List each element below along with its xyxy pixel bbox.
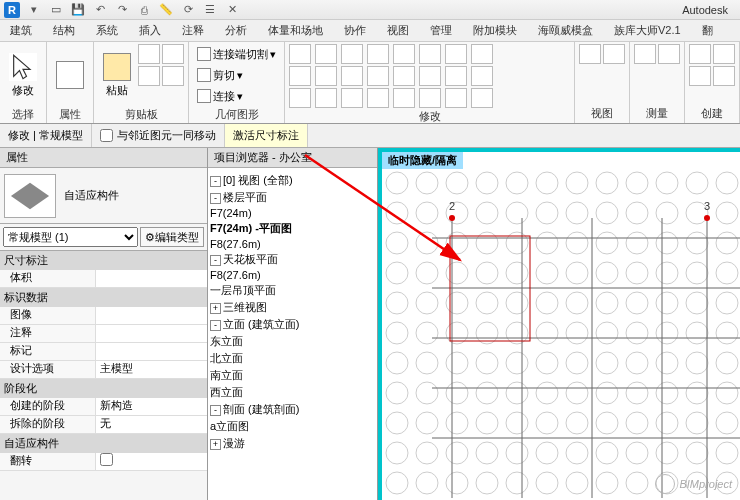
group-identity[interactable]: 标识数据 [0, 288, 207, 307]
new-icon[interactable]: ▭ [46, 2, 66, 18]
opt-movewith[interactable]: 与邻近图元一同移动 [92, 124, 225, 147]
array-button[interactable] [393, 44, 415, 64]
tab-arch[interactable]: 建筑 [0, 20, 43, 41]
close-view-icon[interactable]: ✕ [222, 2, 242, 18]
flip-checkbox[interactable] [100, 453, 113, 466]
cope-button[interactable]: 连接端切割 ▾ [193, 44, 280, 64]
node-e2[interactable]: 北立面 [210, 350, 375, 367]
pin-button[interactable] [341, 66, 363, 86]
node-e3[interactable]: 南立面 [210, 367, 375, 384]
drawing-viewport[interactable]: 临时隐藏/隔离 [378, 148, 740, 500]
split-button[interactable] [471, 44, 493, 64]
properties-button[interactable] [51, 44, 89, 106]
tab-extra[interactable]: 翻 [692, 20, 724, 41]
hide-button[interactable] [367, 88, 389, 108]
flip-val[interactable] [96, 453, 207, 470]
group-adaptive[interactable]: 自适应构件 [0, 434, 207, 453]
type-selector[interactable]: 常规模型 (1) [3, 227, 138, 247]
node-3d[interactable]: +三维视图 [210, 299, 375, 316]
ungroup-button[interactable] [445, 66, 467, 86]
align-button[interactable] [162, 66, 184, 86]
create4-button[interactable] [713, 66, 735, 86]
view2-button[interactable] [603, 44, 625, 64]
unpin-button[interactable] [367, 66, 389, 86]
more2-button[interactable] [471, 88, 493, 108]
undo-icon[interactable]: ↶ [90, 2, 110, 18]
sync-icon[interactable]: ⟳ [178, 2, 198, 18]
modify-button[interactable]: 修改 [4, 44, 42, 106]
mark-val[interactable] [96, 343, 207, 360]
demolish-button[interactable] [341, 88, 363, 108]
linework-button[interactable] [419, 88, 441, 108]
node-f8[interactable]: F8(27.6m) [210, 237, 375, 251]
create3-button[interactable] [689, 66, 711, 86]
node-f7-active[interactable]: F7(24m) -平面图 [210, 220, 375, 237]
group-phase[interactable]: 阶段化 [0, 379, 207, 398]
measure-icon[interactable]: 📏 [156, 2, 176, 18]
toggle-icon[interactable]: - [210, 193, 221, 204]
toggle-icon[interactable]: - [210, 255, 221, 266]
toggle-icon[interactable]: + [210, 439, 221, 450]
copy-button[interactable] [162, 44, 184, 64]
tab-manage[interactable]: 管理 [420, 20, 463, 41]
comment-val[interactable] [96, 325, 207, 342]
redo-icon[interactable]: ↷ [112, 2, 132, 18]
cut-geom-button[interactable]: 剪切 ▾ [193, 65, 247, 85]
node-e4[interactable]: 西立面 [210, 384, 375, 401]
node-floorplan[interactable]: -楼层平面 [210, 189, 375, 206]
opt-activate-dim[interactable]: 激活尺寸标注 [225, 124, 308, 147]
cut-button[interactable] [138, 44, 160, 64]
override-button[interactable] [393, 88, 415, 108]
toggle-icon[interactable]: - [210, 405, 221, 416]
toggle-icon[interactable]: + [210, 303, 221, 314]
copy2-button[interactable] [315, 44, 337, 64]
family-header[interactable]: 自适应构件 [0, 168, 207, 224]
delete-button[interactable] [393, 66, 415, 86]
extend-button[interactable] [471, 66, 493, 86]
create2-button[interactable] [713, 44, 735, 64]
save-icon[interactable]: 💾 [68, 2, 88, 18]
lock-button[interactable] [289, 88, 311, 108]
trim2-button[interactable] [445, 44, 467, 64]
node-c1[interactable]: F8(27.6m) [210, 268, 375, 282]
unlock-button[interactable] [315, 88, 337, 108]
align2-button[interactable] [315, 66, 337, 86]
toggle-icon[interactable]: - [210, 176, 221, 187]
join-button[interactable]: 连接 ▾ [193, 86, 247, 106]
open-icon[interactable]: ▾ [24, 2, 44, 18]
offset-button[interactable] [289, 66, 311, 86]
image-val[interactable] [96, 307, 207, 324]
move-button[interactable] [289, 44, 311, 64]
tab-analyze[interactable]: 分析 [215, 20, 258, 41]
measure2-button[interactable] [658, 44, 680, 64]
toggle-icon[interactable]: - [210, 320, 221, 331]
view1-button[interactable] [579, 44, 601, 64]
demo-val[interactable]: 无 [96, 416, 207, 433]
tab-insert[interactable]: 插入 [129, 20, 172, 41]
group-button[interactable] [419, 66, 441, 86]
tab-haiyiwei[interactable]: 海颐威模盒 [528, 20, 604, 41]
node-e1[interactable]: 东立面 [210, 333, 375, 350]
volume-val[interactable] [96, 270, 207, 287]
mirror-button[interactable] [367, 44, 389, 64]
tab-view[interactable]: 视图 [377, 20, 420, 41]
tab-systems[interactable]: 系统 [86, 20, 129, 41]
rotate-button[interactable] [341, 44, 363, 64]
tab-addins[interactable]: 附加模块 [463, 20, 528, 41]
tab-mass[interactable]: 体量和场地 [258, 20, 334, 41]
movewith-checkbox[interactable] [100, 129, 113, 142]
measure1-button[interactable] [634, 44, 656, 64]
node-views[interactable]: -[0] 视图 (全部) [210, 172, 375, 189]
tab-struct[interactable]: 结构 [43, 20, 86, 41]
scale-button[interactable] [419, 44, 441, 64]
tab-collab[interactable]: 协作 [334, 20, 377, 41]
more-icon[interactable]: ☰ [200, 2, 220, 18]
node-s1[interactable]: a立面图 [210, 418, 375, 435]
node-elev[interactable]: -立面 (建筑立面) [210, 316, 375, 333]
drawing-canvas[interactable]: 2 3 [382, 168, 740, 500]
match-button[interactable] [138, 66, 160, 86]
node-walk[interactable]: +漫游 [210, 435, 375, 452]
node-c2[interactable]: 一层吊顶平面 [210, 282, 375, 299]
node-section[interactable]: -剖面 (建筑剖面) [210, 401, 375, 418]
tab-annotate[interactable]: 注释 [172, 20, 215, 41]
